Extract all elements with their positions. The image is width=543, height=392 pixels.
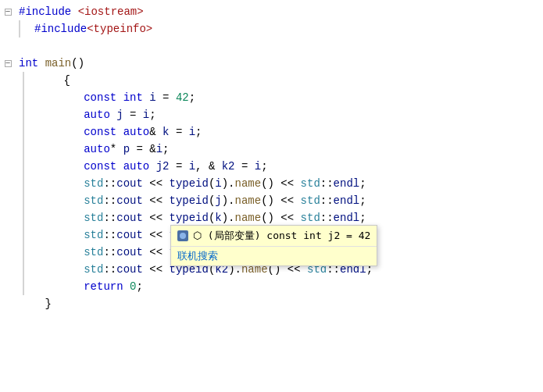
code-content-10: const auto j2 = i, & k2 = i; xyxy=(28,158,543,175)
indent-bar-17 xyxy=(23,278,24,295)
code-content-13: std::cout << typeid(k).name() << std::en… xyxy=(28,209,543,226)
indent-bar-2 xyxy=(19,20,31,37)
line-6: const int i = 42; xyxy=(0,89,543,106)
indent-bar-15 xyxy=(23,244,24,261)
code-content-6: const int i = 42; xyxy=(28,89,543,106)
gutter-6 xyxy=(0,89,16,106)
line-7: auto j = i; xyxy=(0,106,543,123)
line-9: auto* p = &i; xyxy=(0,141,543,158)
gutter-1: − xyxy=(0,3,16,20)
gutter-13 xyxy=(0,209,16,226)
line-2: #include<typeinfo> xyxy=(0,20,543,37)
gutter-10 xyxy=(0,158,16,175)
gutter-11 xyxy=(0,175,16,192)
line-4: − int main() xyxy=(0,55,543,72)
indent-bar-12 xyxy=(23,192,24,209)
code-content-12: std::cout << typeid(j).name() << std::en… xyxy=(28,192,543,209)
code-editor: − #include <iostream> #include<typeinfo>… xyxy=(0,0,543,392)
code-content-7: auto j = i; xyxy=(28,106,543,123)
line-12: std::cout << typeid(j).name() << std::en… xyxy=(0,192,543,209)
indent-bar-9 xyxy=(23,141,24,158)
fold-icon-1[interactable]: − xyxy=(5,9,12,16)
gutter-12 xyxy=(0,192,16,209)
gutter-9 xyxy=(0,141,16,158)
code-content-2: #include<typeinfo> xyxy=(31,20,543,37)
tooltip-type-text: ⬡ (局部变量) const int j2 = 42 xyxy=(193,229,370,243)
tooltip-search-link[interactable]: 联机搜索 xyxy=(171,247,377,265)
indent-bar-7 xyxy=(23,106,24,123)
line-11: std::cout << typeid(i).name() << std::en… xyxy=(0,175,543,192)
gutter-15 xyxy=(0,244,16,261)
code-content-4: int main() xyxy=(16,55,543,72)
gutter-14 xyxy=(0,226,16,244)
indent-bar-5 xyxy=(23,72,24,89)
line-8: const auto& k = i; xyxy=(0,123,543,141)
code-content-18: } xyxy=(16,295,543,312)
code-content-1: #include <iostream> xyxy=(16,3,543,20)
gutter-3 xyxy=(0,37,16,55)
indent-bar-11 xyxy=(23,175,24,192)
line-5: { xyxy=(0,72,543,89)
gutter-16 xyxy=(0,261,16,278)
gutter-5 xyxy=(0,72,16,89)
indent-bar-10 xyxy=(23,158,24,175)
indent-bar-13 xyxy=(23,209,24,226)
line-13: std::cout << typeid(k).name() << std::en… xyxy=(0,209,543,226)
line-3 xyxy=(0,37,543,55)
code-content-9: auto* p = &i; xyxy=(28,141,543,158)
tooltip-type-row: ⬡ (局部变量) const int j2 = 42 xyxy=(171,226,377,247)
indent-bar-14 xyxy=(23,226,24,244)
line-1: − #include <iostream> xyxy=(0,3,543,20)
code-content-17: return 0; xyxy=(28,278,543,295)
gutter-7 xyxy=(0,106,16,123)
line-18: } xyxy=(0,295,543,312)
gutter-18 xyxy=(0,295,16,312)
code-content-3 xyxy=(16,37,543,55)
gutter-2 xyxy=(0,20,16,37)
code-content-8: const auto& k = i; xyxy=(28,123,543,141)
indent-bar-8 xyxy=(23,123,24,141)
gutter-8 xyxy=(0,123,16,141)
code-content-5: { xyxy=(34,72,543,89)
line-10: const auto j2 = i, & k2 = i; xyxy=(0,158,543,175)
tooltip-var-icon xyxy=(177,230,188,241)
line-17: return 0; xyxy=(0,278,543,295)
gutter-4: − xyxy=(0,55,16,72)
indent-bar-16 xyxy=(23,261,24,278)
fold-icon-4[interactable]: − xyxy=(5,60,12,67)
indent-bar-6 xyxy=(23,89,24,106)
gutter-17 xyxy=(0,278,16,295)
tooltip-icon-inner xyxy=(180,233,186,239)
code-content-11: std::cout << typeid(i).name() << std::en… xyxy=(28,175,543,192)
tooltip-popup: ⬡ (局部变量) const int j2 = 42 联机搜索 xyxy=(170,225,377,266)
